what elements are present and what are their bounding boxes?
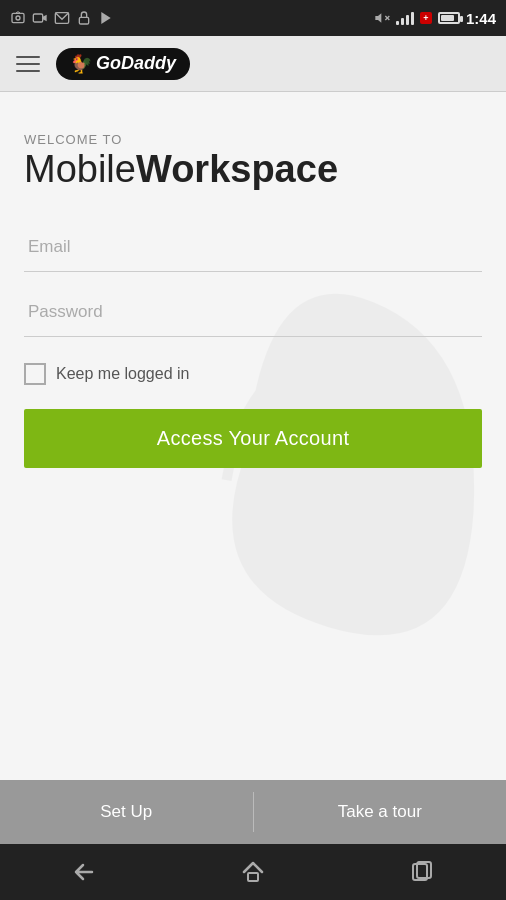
- app-title: MobileWorkspace: [24, 149, 482, 191]
- email-input[interactable]: [24, 223, 482, 272]
- status-bar: 1:44: [0, 0, 506, 36]
- home-button[interactable]: [217, 852, 289, 892]
- recents-icon: [410, 860, 434, 884]
- remember-label: Keep me logged in: [56, 365, 189, 383]
- password-input[interactable]: [24, 288, 482, 337]
- notification-badge: [420, 12, 432, 24]
- svg-rect-8: [248, 873, 258, 881]
- back-button[interactable]: [48, 852, 120, 892]
- godaddy-mascot-icon: 🐓: [70, 53, 92, 75]
- setup-button[interactable]: Set Up: [0, 780, 253, 844]
- remember-row: Keep me logged in: [24, 363, 482, 385]
- app-title-bold: Workspace: [136, 148, 338, 190]
- status-icons-left: [10, 10, 114, 26]
- main-content: WELCOME TO MobileWorkspace Keep me logge…: [0, 92, 506, 780]
- menu-icon[interactable]: [16, 56, 40, 72]
- take-tour-button[interactable]: Take a tour: [254, 780, 507, 844]
- status-time: 1:44: [466, 10, 496, 27]
- mail-icon: [54, 10, 70, 26]
- content-inner: WELCOME TO MobileWorkspace Keep me logge…: [24, 132, 482, 468]
- signal-icon: [396, 11, 414, 25]
- battery-icon: [438, 12, 460, 24]
- svg-marker-5: [101, 12, 110, 24]
- status-icons-right: 1:44: [374, 10, 496, 27]
- home-icon: [241, 860, 265, 884]
- lock-icon: [76, 10, 92, 26]
- app-title-light: Mobile: [24, 148, 136, 190]
- svg-rect-0: [12, 13, 24, 22]
- footer: Set Up Take a tour: [0, 780, 506, 844]
- play-icon: [98, 10, 114, 26]
- svg-rect-4: [79, 17, 88, 24]
- mute-icon: [374, 10, 390, 26]
- back-icon: [72, 860, 96, 884]
- godaddy-logo: 🐓 GoDaddy: [56, 48, 190, 80]
- svg-point-1: [16, 16, 20, 20]
- access-account-button[interactable]: Access Your Account: [24, 409, 482, 468]
- toolbar: 🐓 GoDaddy: [0, 36, 506, 92]
- photo-icon: [10, 10, 26, 26]
- recents-button[interactable]: [386, 852, 458, 892]
- remember-checkbox[interactable]: [24, 363, 46, 385]
- svg-rect-2: [33, 14, 42, 22]
- video-icon: [32, 10, 48, 26]
- welcome-label: WELCOME TO: [24, 132, 482, 147]
- nav-bar: [0, 844, 506, 900]
- godaddy-logo-text: GoDaddy: [96, 53, 176, 74]
